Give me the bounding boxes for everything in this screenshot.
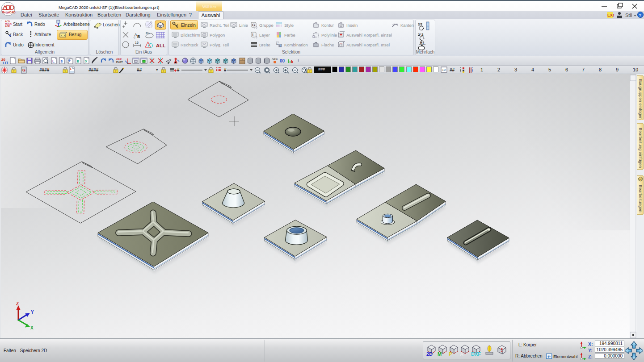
svg-text:B: B <box>137 34 140 39</box>
svg-text:T: T <box>309 70 311 73</box>
svg-text:G: G <box>22 68 25 72</box>
svg-text:10: 10 <box>442 68 446 71</box>
svg-text:CAD: CAD <box>5 25 10 27</box>
svg-text:?: ? <box>639 13 642 17</box>
svg-text:M: M <box>438 351 442 357</box>
svg-text:T: T <box>13 70 15 73</box>
svg-text:A: A <box>460 351 463 357</box>
svg-text:2∕2: 2∕2 <box>418 22 423 26</box>
svg-text:X: X <box>85 59 88 63</box>
svg-text:R?: R? <box>420 41 424 44</box>
svg-text:20: 20 <box>1 58 5 62</box>
svg-text:E: E <box>77 59 80 63</box>
svg-text:T: T <box>115 70 117 73</box>
svg-text:c: c <box>134 35 135 39</box>
svg-text:P: P <box>449 351 452 357</box>
svg-text:T: T <box>64 70 66 73</box>
svg-text:L: L <box>277 42 278 45</box>
svg-text:EX!: EX! <box>607 13 614 17</box>
svg-text:ALL: ALL <box>156 43 166 48</box>
svg-text:MegaCAD: MegaCAD <box>2 11 16 14</box>
svg-text:L: L <box>52 59 55 63</box>
svg-text:Stil: Stil <box>625 12 632 18</box>
svg-text:T: T <box>163 70 164 73</box>
svg-text:OPSL: OPSL <box>272 58 278 61</box>
svg-text:6: 6 <box>279 45 281 47</box>
svg-text:2∕ 2: 2∕ 2 <box>418 33 424 37</box>
svg-text:T: T <box>210 70 212 73</box>
svg-text:DXF: DXF <box>471 351 481 357</box>
svg-text:G: G <box>252 23 255 27</box>
svg-text:PLOT: PLOT <box>116 61 123 63</box>
svg-text:ACD: ACD <box>116 58 122 60</box>
svg-text:L: L <box>253 33 255 37</box>
svg-text:00: 00 <box>280 58 285 63</box>
svg-text:S: S <box>60 59 63 63</box>
svg-text:15: 15 <box>135 41 139 44</box>
svg-text:2D: 2D <box>426 351 433 357</box>
svg-text:L: L <box>70 67 72 71</box>
